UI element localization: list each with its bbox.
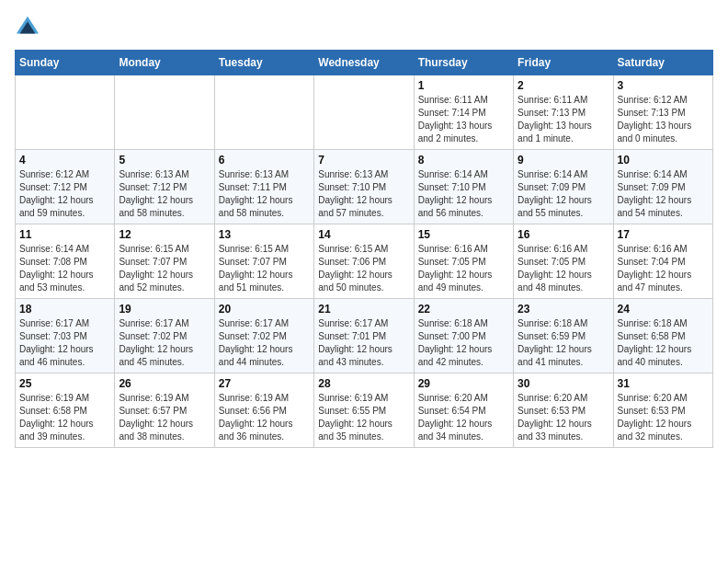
calendar-cell: 26Sunrise: 6:19 AM Sunset: 6:57 PM Dayli…	[115, 373, 214, 448]
day-info: Sunrise: 6:20 AM Sunset: 6:53 PM Dayligh…	[618, 392, 709, 443]
weekday-header-friday: Friday	[514, 51, 613, 75]
day-number: 28	[318, 377, 409, 390]
day-number: 8	[418, 154, 509, 167]
weekday-header-sunday: Sunday	[16, 51, 115, 75]
calendar-cell	[115, 75, 214, 150]
calendar-cell: 24Sunrise: 6:18 AM Sunset: 6:58 PM Dayli…	[613, 299, 712, 373]
day-info: Sunrise: 6:11 AM Sunset: 7:14 PM Dayligh…	[418, 94, 509, 145]
calendar-cell: 22Sunrise: 6:18 AM Sunset: 7:00 PM Dayli…	[414, 299, 513, 373]
day-info: Sunrise: 6:16 AM Sunset: 7:05 PM Dayligh…	[418, 243, 509, 294]
day-info: Sunrise: 6:15 AM Sunset: 7:07 PM Dayligh…	[219, 243, 310, 294]
day-info: Sunrise: 6:12 AM Sunset: 7:13 PM Dayligh…	[618, 94, 709, 145]
day-info: Sunrise: 6:19 AM Sunset: 6:55 PM Dayligh…	[318, 392, 409, 443]
day-number: 4	[19, 154, 110, 167]
calendar-cell: 28Sunrise: 6:19 AM Sunset: 6:55 PM Dayli…	[314, 373, 414, 448]
page-header	[15, 15, 713, 40]
calendar-cell: 18Sunrise: 6:17 AM Sunset: 7:03 PM Dayli…	[16, 299, 115, 373]
calendar-cell: 17Sunrise: 6:16 AM Sunset: 7:04 PM Dayli…	[613, 224, 712, 299]
calendar-cell: 29Sunrise: 6:20 AM Sunset: 6:54 PM Dayli…	[414, 373, 513, 448]
day-number: 25	[19, 377, 110, 390]
day-info: Sunrise: 6:14 AM Sunset: 7:08 PM Dayligh…	[19, 243, 110, 294]
week-row-2: 4Sunrise: 6:12 AM Sunset: 7:12 PM Daylig…	[16, 150, 713, 224]
day-info: Sunrise: 6:17 AM Sunset: 7:01 PM Dayligh…	[318, 317, 409, 369]
calendar-cell: 16Sunrise: 6:16 AM Sunset: 7:05 PM Dayli…	[514, 224, 613, 299]
day-info: Sunrise: 6:17 AM Sunset: 7:02 PM Dayligh…	[219, 317, 310, 369]
calendar-cell: 3Sunrise: 6:12 AM Sunset: 7:13 PM Daylig…	[613, 75, 712, 150]
day-info: Sunrise: 6:18 AM Sunset: 6:58 PM Dayligh…	[618, 317, 709, 369]
day-info: Sunrise: 6:18 AM Sunset: 7:00 PM Dayligh…	[418, 317, 509, 369]
day-number: 9	[518, 154, 609, 167]
calendar-cell	[16, 75, 115, 150]
day-info: Sunrise: 6:14 AM Sunset: 7:09 PM Dayligh…	[618, 168, 709, 220]
day-info: Sunrise: 6:19 AM Sunset: 6:56 PM Dayligh…	[219, 392, 310, 443]
calendar-cell: 12Sunrise: 6:15 AM Sunset: 7:07 PM Dayli…	[115, 224, 214, 299]
day-number: 22	[418, 303, 509, 316]
day-number: 12	[119, 228, 210, 241]
day-number: 17	[618, 228, 709, 241]
day-info: Sunrise: 6:18 AM Sunset: 6:59 PM Dayligh…	[518, 317, 609, 369]
calendar-cell: 2Sunrise: 6:11 AM Sunset: 7:13 PM Daylig…	[514, 75, 613, 150]
calendar-cell: 14Sunrise: 6:15 AM Sunset: 7:06 PM Dayli…	[314, 224, 414, 299]
day-info: Sunrise: 6:13 AM Sunset: 7:10 PM Dayligh…	[318, 168, 409, 220]
day-info: Sunrise: 6:17 AM Sunset: 7:02 PM Dayligh…	[119, 317, 210, 369]
day-number: 29	[418, 377, 509, 390]
calendar-cell: 23Sunrise: 6:18 AM Sunset: 6:59 PM Dayli…	[514, 299, 613, 373]
day-number: 16	[518, 228, 609, 241]
day-info: Sunrise: 6:15 AM Sunset: 7:07 PM Dayligh…	[119, 243, 210, 294]
calendar-cell: 13Sunrise: 6:15 AM Sunset: 7:07 PM Dayli…	[214, 224, 313, 299]
calendar-cell: 11Sunrise: 6:14 AM Sunset: 7:08 PM Dayli…	[16, 224, 115, 299]
day-info: Sunrise: 6:14 AM Sunset: 7:10 PM Dayligh…	[418, 168, 509, 220]
calendar-cell: 25Sunrise: 6:19 AM Sunset: 6:58 PM Dayli…	[16, 373, 115, 448]
calendar-cell: 10Sunrise: 6:14 AM Sunset: 7:09 PM Dayli…	[613, 150, 712, 224]
week-row-1: 1Sunrise: 6:11 AM Sunset: 7:14 PM Daylig…	[16, 75, 713, 150]
week-row-3: 11Sunrise: 6:14 AM Sunset: 7:08 PM Dayli…	[16, 224, 713, 299]
calendar-cell: 5Sunrise: 6:13 AM Sunset: 7:12 PM Daylig…	[115, 150, 214, 224]
day-number: 6	[219, 154, 310, 167]
calendar-cell: 30Sunrise: 6:20 AM Sunset: 6:53 PM Dayli…	[514, 373, 613, 448]
day-number: 20	[219, 303, 310, 316]
day-number: 3	[618, 79, 709, 92]
day-number: 11	[19, 228, 110, 241]
weekday-header-saturday: Saturday	[613, 51, 712, 75]
day-info: Sunrise: 6:20 AM Sunset: 6:54 PM Dayligh…	[418, 392, 509, 443]
day-info: Sunrise: 6:20 AM Sunset: 6:53 PM Dayligh…	[518, 392, 609, 443]
day-info: Sunrise: 6:16 AM Sunset: 7:05 PM Dayligh…	[518, 243, 609, 294]
day-info: Sunrise: 6:17 AM Sunset: 7:03 PM Dayligh…	[19, 317, 110, 369]
day-info: Sunrise: 6:14 AM Sunset: 7:09 PM Dayligh…	[518, 168, 609, 220]
logo-icon	[15, 15, 40, 40]
day-info: Sunrise: 6:13 AM Sunset: 7:11 PM Dayligh…	[219, 168, 310, 220]
calendar: SundayMondayTuesdayWednesdayThursdayFrid…	[15, 50, 713, 448]
day-info: Sunrise: 6:11 AM Sunset: 7:13 PM Dayligh…	[518, 94, 609, 145]
calendar-cell: 4Sunrise: 6:12 AM Sunset: 7:12 PM Daylig…	[16, 150, 115, 224]
day-info: Sunrise: 6:15 AM Sunset: 7:06 PM Dayligh…	[318, 243, 409, 294]
day-number: 7	[318, 154, 409, 167]
day-number: 13	[219, 228, 310, 241]
day-number: 1	[418, 79, 509, 92]
day-number: 31	[618, 377, 709, 390]
day-number: 30	[518, 377, 609, 390]
calendar-cell	[314, 75, 414, 150]
calendar-cell: 15Sunrise: 6:16 AM Sunset: 7:05 PM Dayli…	[414, 224, 513, 299]
day-info: Sunrise: 6:19 AM Sunset: 6:57 PM Dayligh…	[119, 392, 210, 443]
day-number: 10	[618, 154, 709, 167]
calendar-cell: 20Sunrise: 6:17 AM Sunset: 7:02 PM Dayli…	[214, 299, 313, 373]
day-info: Sunrise: 6:16 AM Sunset: 7:04 PM Dayligh…	[618, 243, 709, 294]
day-number: 5	[119, 154, 210, 167]
day-number: 15	[418, 228, 509, 241]
day-info: Sunrise: 6:12 AM Sunset: 7:12 PM Dayligh…	[19, 168, 110, 220]
weekday-header-row: SundayMondayTuesdayWednesdayThursdayFrid…	[16, 51, 713, 75]
day-number: 24	[618, 303, 709, 316]
day-number: 23	[518, 303, 609, 316]
calendar-cell: 21Sunrise: 6:17 AM Sunset: 7:01 PM Dayli…	[314, 299, 414, 373]
weekday-header-wednesday: Wednesday	[314, 51, 414, 75]
calendar-cell: 6Sunrise: 6:13 AM Sunset: 7:11 PM Daylig…	[214, 150, 313, 224]
weekday-header-monday: Monday	[115, 51, 214, 75]
day-number: 14	[318, 228, 409, 241]
calendar-cell: 27Sunrise: 6:19 AM Sunset: 6:56 PM Dayli…	[214, 373, 313, 448]
calendar-cell: 1Sunrise: 6:11 AM Sunset: 7:14 PM Daylig…	[414, 75, 513, 150]
week-row-4: 18Sunrise: 6:17 AM Sunset: 7:03 PM Dayli…	[16, 299, 713, 373]
weekday-header-thursday: Thursday	[414, 51, 513, 75]
calendar-cell	[214, 75, 313, 150]
calendar-cell: 9Sunrise: 6:14 AM Sunset: 7:09 PM Daylig…	[514, 150, 613, 224]
weekday-header-tuesday: Tuesday	[214, 51, 313, 75]
